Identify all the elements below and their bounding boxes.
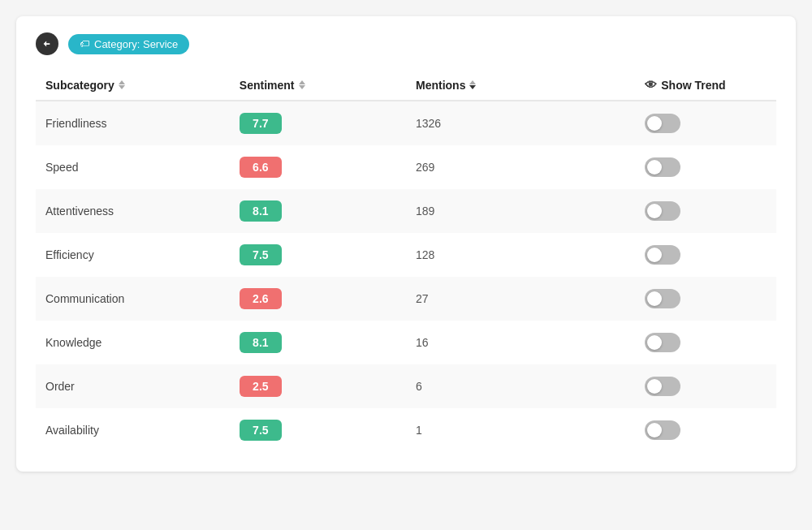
sort-down-icon (469, 85, 476, 89)
table-row: Attentiveness8.1189 (36, 189, 776, 233)
sentiment-badge: 6.6 (240, 157, 282, 178)
sentiment-badge: 7.7 (240, 113, 282, 134)
subcategory-cell: Friendliness (36, 101, 230, 145)
trend-toggle[interactable] (645, 377, 680, 396)
subcategory-cell: Communication (36, 277, 230, 321)
toggle-slider (645, 420, 680, 440)
sentiment-cell: 7.5 (230, 233, 406, 277)
sentiment-cell: 2.5 (230, 364, 406, 408)
sort-down-icon (119, 85, 125, 89)
col-header-mentions[interactable]: Mentions (406, 70, 635, 101)
sentiment-cell: 6.6 (230, 145, 406, 189)
mentions-cell: 27 (406, 277, 635, 321)
trend-cell (635, 233, 776, 277)
sentiment-badge: 8.1 (240, 200, 282, 222)
trend-cell (635, 321, 776, 364)
category-label: Category: Service (94, 38, 178, 50)
subcategory-cell: Efficiency (36, 233, 230, 277)
trend-toggle[interactable] (645, 420, 680, 440)
trend-toggle[interactable] (645, 201, 680, 221)
sentiment-cell: 7.7 (230, 101, 406, 145)
trend-toggle[interactable] (645, 245, 680, 265)
subcategory-cell: Availability (36, 408, 230, 452)
mentions-sort-icon[interactable] (469, 80, 476, 89)
mentions-cell: 269 (406, 145, 635, 189)
sentiment-sort-icon[interactable] (299, 80, 305, 89)
table-row: Order2.56 (36, 364, 776, 408)
trend-cell (635, 101, 776, 145)
table-row: Speed6.6269 (36, 145, 776, 189)
mentions-cell: 128 (406, 233, 635, 277)
sentiment-badge: 8.1 (240, 332, 282, 353)
sort-up-icon (119, 80, 125, 84)
toggle-slider (645, 245, 680, 265)
toggle-slider (645, 377, 680, 396)
sort-down-icon (299, 85, 305, 89)
toggle-slider (645, 114, 680, 133)
subcategory-label: Subcategory (45, 79, 114, 92)
sentiment-cell: 2.6 (230, 277, 406, 321)
sentiment-cell: 8.1 (230, 189, 406, 233)
sentiment-label: Sentiment (240, 79, 295, 92)
sentiment-cell: 8.1 (230, 321, 406, 364)
subcategory-cell: Attentiveness (36, 189, 230, 233)
col-header-trend: 👁 Show Trend (635, 70, 776, 101)
table-row: Communication2.627 (36, 277, 776, 321)
mentions-cell: 16 (406, 321, 635, 364)
subcategory-sort-icon[interactable] (119, 80, 125, 89)
toggle-slider (645, 333, 680, 352)
trend-label: Show Trend (661, 79, 725, 92)
trend-cell (635, 145, 776, 189)
trend-toggle[interactable] (645, 157, 680, 177)
sentiment-cell: 7.5 (230, 408, 406, 452)
back-icon (41, 38, 53, 50)
subcategory-cell: Order (36, 364, 230, 408)
table-header-row: Subcategory Sentiment (36, 70, 776, 101)
sentiment-badge: 7.5 (240, 244, 282, 265)
trend-toggle[interactable] (645, 333, 680, 352)
table-row: Knowledge8.116 (36, 321, 776, 364)
back-button[interactable] (36, 32, 58, 55)
sentiment-badge: 2.6 (240, 288, 282, 309)
eye-icon: 👁 (645, 78, 657, 92)
sort-up-icon (299, 80, 305, 84)
table-body: Friendliness7.71326Speed6.6269Attentiven… (36, 101, 776, 452)
toggle-slider (645, 201, 680, 221)
mentions-cell: 189 (406, 189, 635, 233)
trend-cell (635, 189, 776, 233)
sentiment-badge: 2.5 (240, 376, 282, 397)
subcategory-cell: Knowledge (36, 321, 230, 364)
main-card: 🏷 Category: Service Subcategory (16, 16, 796, 472)
table-row: Friendliness7.71326 (36, 101, 776, 145)
trend-cell (635, 277, 776, 321)
data-table: Subcategory Sentiment (36, 70, 776, 452)
trend-cell (635, 408, 776, 452)
mentions-cell: 6 (406, 364, 635, 408)
mentions-cell: 1326 (406, 101, 635, 145)
category-tag[interactable]: 🏷 Category: Service (68, 34, 189, 54)
mentions-cell: 1 (406, 408, 635, 452)
trend-cell (635, 364, 776, 408)
top-bar: 🏷 Category: Service (36, 32, 776, 55)
sentiment-badge: 7.5 (240, 420, 282, 441)
toggle-slider (645, 157, 680, 177)
table-row: Availability7.51 (36, 408, 776, 452)
mentions-label: Mentions (416, 79, 465, 92)
col-header-sentiment[interactable]: Sentiment (230, 70, 406, 101)
trend-toggle[interactable] (645, 289, 680, 308)
subcategory-cell: Speed (36, 145, 230, 189)
table-row: Efficiency7.5128 (36, 233, 776, 277)
trend-toggle[interactable] (645, 114, 680, 133)
col-header-subcategory[interactable]: Subcategory (36, 70, 230, 101)
tag-icon: 🏷 (80, 38, 89, 50)
sort-up-icon (469, 80, 476, 84)
toggle-slider (645, 289, 680, 308)
